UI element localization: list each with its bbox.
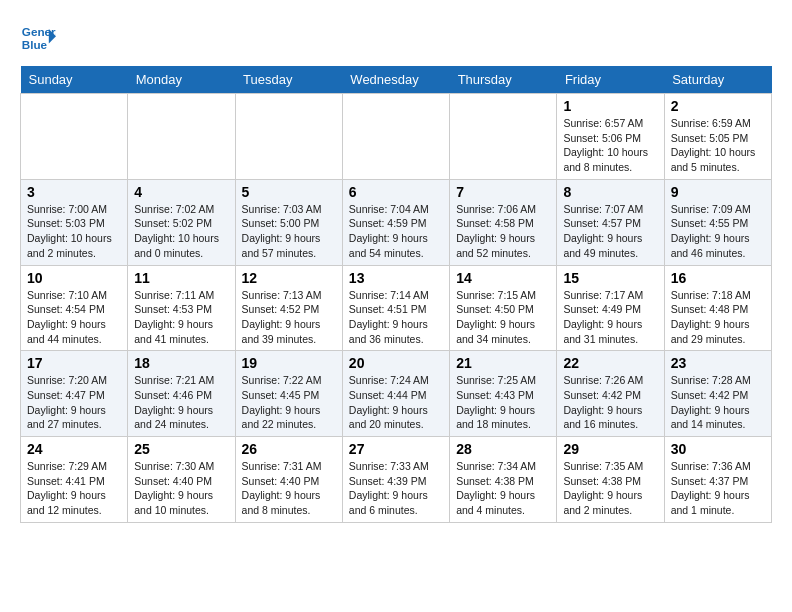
calendar-cell: 19Sunrise: 7:22 AM Sunset: 4:45 PM Dayli… [235,351,342,437]
day-number: 2 [671,98,765,114]
day-number: 28 [456,441,550,457]
calendar-cell: 15Sunrise: 7:17 AM Sunset: 4:49 PM Dayli… [557,265,664,351]
day-number: 18 [134,355,228,371]
calendar-cell: 11Sunrise: 7:11 AM Sunset: 4:53 PM Dayli… [128,265,235,351]
calendar-cell: 16Sunrise: 7:18 AM Sunset: 4:48 PM Dayli… [664,265,771,351]
calendar-week-1: 1Sunrise: 6:57 AM Sunset: 5:06 PM Daylig… [21,94,772,180]
calendar-cell: 22Sunrise: 7:26 AM Sunset: 4:42 PM Dayli… [557,351,664,437]
calendar-cell: 7Sunrise: 7:06 AM Sunset: 4:58 PM Daylig… [450,179,557,265]
calendar-cell: 20Sunrise: 7:24 AM Sunset: 4:44 PM Dayli… [342,351,449,437]
calendar-week-3: 10Sunrise: 7:10 AM Sunset: 4:54 PM Dayli… [21,265,772,351]
day-number: 8 [563,184,657,200]
calendar-cell: 18Sunrise: 7:21 AM Sunset: 4:46 PM Dayli… [128,351,235,437]
day-info: Sunrise: 7:36 AM Sunset: 4:37 PM Dayligh… [671,459,765,518]
day-info: Sunrise: 7:13 AM Sunset: 4:52 PM Dayligh… [242,288,336,347]
day-info: Sunrise: 6:59 AM Sunset: 5:05 PM Dayligh… [671,116,765,175]
day-number: 9 [671,184,765,200]
day-info: Sunrise: 7:15 AM Sunset: 4:50 PM Dayligh… [456,288,550,347]
day-info: Sunrise: 7:26 AM Sunset: 4:42 PM Dayligh… [563,373,657,432]
day-number: 15 [563,270,657,286]
day-number: 21 [456,355,550,371]
day-number: 1 [563,98,657,114]
calendar-cell: 2Sunrise: 6:59 AM Sunset: 5:05 PM Daylig… [664,94,771,180]
calendar-cell: 17Sunrise: 7:20 AM Sunset: 4:47 PM Dayli… [21,351,128,437]
day-number: 25 [134,441,228,457]
calendar-week-5: 24Sunrise: 7:29 AM Sunset: 4:41 PM Dayli… [21,437,772,523]
calendar-cell: 27Sunrise: 7:33 AM Sunset: 4:39 PM Dayli… [342,437,449,523]
day-info: Sunrise: 7:10 AM Sunset: 4:54 PM Dayligh… [27,288,121,347]
weekday-header-row: SundayMondayTuesdayWednesdayThursdayFrid… [21,66,772,94]
day-number: 12 [242,270,336,286]
day-info: Sunrise: 7:11 AM Sunset: 4:53 PM Dayligh… [134,288,228,347]
calendar-cell: 9Sunrise: 7:09 AM Sunset: 4:55 PM Daylig… [664,179,771,265]
day-info: Sunrise: 7:07 AM Sunset: 4:57 PM Dayligh… [563,202,657,261]
day-info: Sunrise: 7:22 AM Sunset: 4:45 PM Dayligh… [242,373,336,432]
day-number: 22 [563,355,657,371]
calendar-week-2: 3Sunrise: 7:00 AM Sunset: 5:03 PM Daylig… [21,179,772,265]
day-number: 24 [27,441,121,457]
calendar-cell: 28Sunrise: 7:34 AM Sunset: 4:38 PM Dayli… [450,437,557,523]
calendar-cell: 10Sunrise: 7:10 AM Sunset: 4:54 PM Dayli… [21,265,128,351]
day-number: 4 [134,184,228,200]
day-number: 14 [456,270,550,286]
calendar-cell: 6Sunrise: 7:04 AM Sunset: 4:59 PM Daylig… [342,179,449,265]
calendar-cell: 13Sunrise: 7:14 AM Sunset: 4:51 PM Dayli… [342,265,449,351]
calendar-cell: 3Sunrise: 7:00 AM Sunset: 5:03 PM Daylig… [21,179,128,265]
calendar-cell: 30Sunrise: 7:36 AM Sunset: 4:37 PM Dayli… [664,437,771,523]
day-number: 19 [242,355,336,371]
calendar-cell [342,94,449,180]
day-info: Sunrise: 7:18 AM Sunset: 4:48 PM Dayligh… [671,288,765,347]
logo: General Blue [20,20,56,56]
day-info: Sunrise: 7:28 AM Sunset: 4:42 PM Dayligh… [671,373,765,432]
page-header: General Blue [20,20,772,56]
day-number: 17 [27,355,121,371]
calendar-header: SundayMondayTuesdayWednesdayThursdayFrid… [21,66,772,94]
logo-icon: General Blue [20,20,56,56]
day-number: 26 [242,441,336,457]
day-info: Sunrise: 7:14 AM Sunset: 4:51 PM Dayligh… [349,288,443,347]
weekday-header-thursday: Thursday [450,66,557,94]
day-number: 10 [27,270,121,286]
day-info: Sunrise: 7:21 AM Sunset: 4:46 PM Dayligh… [134,373,228,432]
weekday-header-tuesday: Tuesday [235,66,342,94]
weekday-header-wednesday: Wednesday [342,66,449,94]
day-info: Sunrise: 7:30 AM Sunset: 4:40 PM Dayligh… [134,459,228,518]
calendar-cell: 26Sunrise: 7:31 AM Sunset: 4:40 PM Dayli… [235,437,342,523]
day-number: 16 [671,270,765,286]
day-info: Sunrise: 7:24 AM Sunset: 4:44 PM Dayligh… [349,373,443,432]
calendar-cell: 29Sunrise: 7:35 AM Sunset: 4:38 PM Dayli… [557,437,664,523]
day-info: Sunrise: 7:34 AM Sunset: 4:38 PM Dayligh… [456,459,550,518]
calendar-cell [235,94,342,180]
day-info: Sunrise: 7:35 AM Sunset: 4:38 PM Dayligh… [563,459,657,518]
weekday-header-friday: Friday [557,66,664,94]
day-info: Sunrise: 7:29 AM Sunset: 4:41 PM Dayligh… [27,459,121,518]
day-number: 20 [349,355,443,371]
day-info: Sunrise: 7:17 AM Sunset: 4:49 PM Dayligh… [563,288,657,347]
day-number: 13 [349,270,443,286]
day-info: Sunrise: 7:00 AM Sunset: 5:03 PM Dayligh… [27,202,121,261]
day-info: Sunrise: 7:20 AM Sunset: 4:47 PM Dayligh… [27,373,121,432]
weekday-header-sunday: Sunday [21,66,128,94]
calendar-cell: 8Sunrise: 7:07 AM Sunset: 4:57 PM Daylig… [557,179,664,265]
weekday-header-saturday: Saturday [664,66,771,94]
calendar-cell: 23Sunrise: 7:28 AM Sunset: 4:42 PM Dayli… [664,351,771,437]
svg-text:Blue: Blue [22,38,48,51]
calendar-cell: 25Sunrise: 7:30 AM Sunset: 4:40 PM Dayli… [128,437,235,523]
calendar-cell: 4Sunrise: 7:02 AM Sunset: 5:02 PM Daylig… [128,179,235,265]
weekday-header-monday: Monday [128,66,235,94]
calendar-cell: 14Sunrise: 7:15 AM Sunset: 4:50 PM Dayli… [450,265,557,351]
day-number: 11 [134,270,228,286]
day-number: 5 [242,184,336,200]
day-number: 30 [671,441,765,457]
calendar-body: 1Sunrise: 6:57 AM Sunset: 5:06 PM Daylig… [21,94,772,523]
calendar-cell: 21Sunrise: 7:25 AM Sunset: 4:43 PM Dayli… [450,351,557,437]
day-number: 7 [456,184,550,200]
day-number: 23 [671,355,765,371]
day-info: Sunrise: 7:03 AM Sunset: 5:00 PM Dayligh… [242,202,336,261]
calendar-cell: 24Sunrise: 7:29 AM Sunset: 4:41 PM Dayli… [21,437,128,523]
calendar-cell: 5Sunrise: 7:03 AM Sunset: 5:00 PM Daylig… [235,179,342,265]
day-number: 3 [27,184,121,200]
day-info: Sunrise: 7:09 AM Sunset: 4:55 PM Dayligh… [671,202,765,261]
day-info: Sunrise: 6:57 AM Sunset: 5:06 PM Dayligh… [563,116,657,175]
calendar-table: SundayMondayTuesdayWednesdayThursdayFrid… [20,66,772,523]
